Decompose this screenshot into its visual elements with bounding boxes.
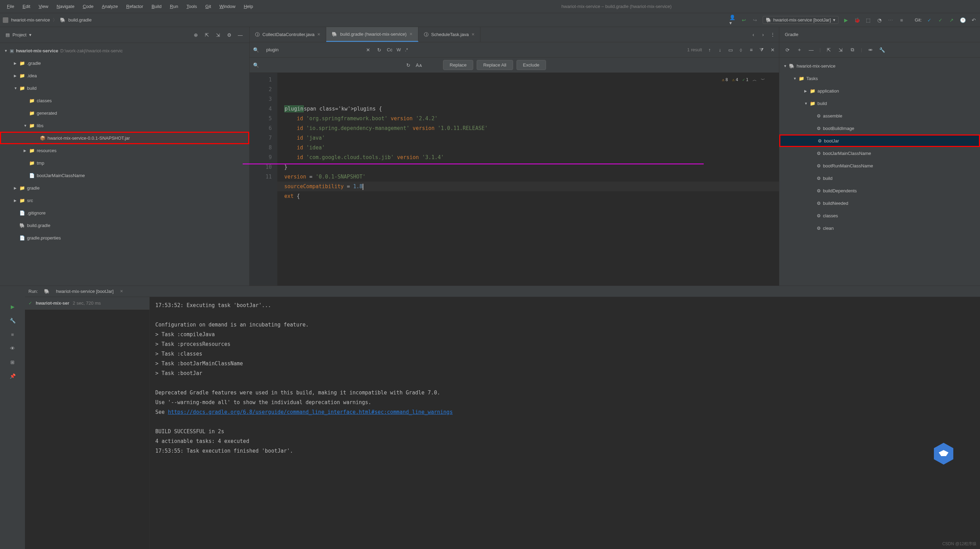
menu-tools[interactable]: Tools [183, 2, 200, 10]
gradle-tree[interactable]: ▼🐘 hwariot-mix-service ▼📁 Tasks ▶📁applic… [779, 57, 980, 286]
wrench-icon[interactable]: 🔧 [879, 46, 886, 53]
clear-find-icon[interactable]: ✕ [365, 46, 372, 53]
show-deps-icon[interactable]: ⧉ [849, 46, 856, 53]
close-tab-icon[interactable]: ✕ [317, 32, 320, 37]
hide-icon[interactable]: — [237, 32, 244, 38]
project-panel-title[interactable]: Project [13, 32, 26, 37]
collapse-all-icon[interactable]: ⇲ [215, 32, 221, 38]
console-link[interactable]: https://docs.gradle.org/6.8/userguide/co… [168, 409, 453, 415]
gradle-task[interactable]: ⚙classes [779, 209, 980, 222]
close-tab-icon[interactable]: ✕ [471, 32, 474, 37]
gradle-task-bootjar[interactable]: ⚙bootJar [779, 134, 980, 147]
git-push-icon[interactable]: ↗ [948, 17, 955, 24]
tree-item[interactable]: 📁tmp [0, 157, 249, 169]
editor-tab[interactable]: 🐘build.gradle (hwariot-mix-service)✕ [326, 27, 418, 42]
exclude-button[interactable]: Exclude [517, 60, 546, 70]
gradle-group[interactable]: ▶📁application [779, 84, 980, 97]
add-selection-icon[interactable]: ⎀ [737, 46, 744, 53]
debug-button[interactable]: 🐞 [854, 17, 861, 24]
close-run-tab-icon[interactable]: ✕ [120, 289, 123, 294]
tree-item[interactable]: ▼📁build [0, 82, 249, 94]
code-line[interactable]: id 'idea' [277, 143, 779, 153]
gradle-task[interactable]: ⚙buildNeeded [779, 197, 980, 209]
settings-icon[interactable]: ⚙ [226, 32, 232, 38]
menu-view[interactable]: View [35, 2, 52, 10]
user-icon[interactable]: 👤▾ [729, 17, 736, 24]
gradle-task[interactable]: ⚙bootRunMainClassName [779, 159, 980, 172]
project-tree[interactable]: ▼ ▣ hwariot-mix-service D:\work-zakj\hwa… [0, 43, 249, 245]
regex-toggle[interactable]: .* [405, 47, 408, 53]
code-line[interactable]: version = '0.0.1-SNAPSHOT' [277, 172, 779, 181]
tree-item[interactable]: ▼📁libs [0, 119, 249, 132]
git-commit-icon[interactable]: ✓ [937, 17, 944, 24]
tree-item[interactable]: ▶📁gradle [0, 181, 249, 194]
code-line[interactable]: id 'com.google.cloud.tools.jib' version … [277, 153, 779, 162]
expand-all-icon[interactable]: ⇱ [826, 46, 832, 53]
tree-item[interactable]: ▶📁.idea [0, 69, 249, 82]
breadcrumb[interactable]: hwariot-mix-service 〉 🐘 build.gradle [3, 17, 92, 23]
expand-all-icon[interactable]: ⇱ [204, 32, 210, 38]
tree-item[interactable]: 📁generated [0, 107, 249, 119]
gradle-task[interactable]: ⚙build [779, 172, 980, 185]
editor-tab[interactable]: ⒿScheduleTask.java✕ [418, 27, 480, 42]
attach-button[interactable]: ⋯ [887, 17, 894, 24]
locate-icon[interactable]: ⊕ [192, 32, 199, 38]
code-line[interactable]: id 'java' [277, 133, 779, 143]
add-icon[interactable]: ＋ [796, 46, 803, 53]
match-case-toggle[interactable]: Cc [387, 47, 392, 53]
collapse-all-icon[interactable]: ⇲ [837, 46, 844, 53]
gradle-tasks-node[interactable]: ▼📁 Tasks [779, 72, 980, 84]
console-output[interactable]: 17:53:52: Executing task 'bootJar'... Co… [150, 297, 980, 549]
menu-edit[interactable]: Edit [19, 2, 33, 10]
menu-code[interactable]: Code [80, 2, 97, 10]
forward-icon[interactable]: ↪ [752, 17, 759, 24]
menu-analyze[interactable]: Analyze [99, 2, 121, 10]
filter-icon[interactable]: ⧩ [758, 46, 765, 53]
close-find-icon[interactable]: ✕ [769, 46, 776, 53]
tree-item[interactable]: 📄gradle.properties [0, 232, 249, 244]
tree-root[interactable]: ▼ ▣ hwariot-mix-service D:\work-zakj\hwa… [0, 45, 249, 57]
menu-run[interactable]: Run [166, 2, 181, 10]
gradle-task[interactable]: ⚙clean [779, 222, 980, 234]
inspections-widget[interactable]: 8 4 1 ︿ ﹀ [722, 75, 765, 84]
gradle-group[interactable]: ▼📁build [779, 97, 980, 110]
coverage-button[interactable]: ⬚ [865, 17, 872, 24]
tree-item[interactable]: ▶📁src [0, 194, 249, 207]
refresh-icon[interactable]: ⟳ [784, 46, 791, 53]
show-icon[interactable]: 👁 [9, 345, 16, 352]
tree-item[interactable]: ▶📁resources [0, 144, 249, 157]
layout-icon[interactable]: ⊞ [9, 359, 16, 366]
tree-item[interactable]: 📁classes [0, 94, 249, 107]
inspections-down-icon[interactable]: ﹀ [761, 75, 765, 84]
history-icon[interactable]: ↻ [405, 62, 412, 68]
code-line[interactable]: pluginspan class='kw'>plugins { [277, 104, 779, 114]
menu-refactor[interactable]: Refactor [123, 2, 146, 10]
detach-icon[interactable]: — [808, 46, 815, 53]
profile-button[interactable]: ◔ [876, 17, 883, 24]
rerun-button[interactable]: ▶ [9, 303, 16, 310]
git-history-icon[interactable]: 🕑 [959, 17, 966, 24]
code-content[interactable]: 8 4 1 ︿ ﹀ pluginspan class='kw'>plugins … [277, 73, 779, 286]
replace-all-button[interactable]: Replace All [477, 60, 513, 70]
editor-tab[interactable]: ⒿCollectDataController.java✕ [250, 27, 326, 42]
tree-item[interactable]: ▶📁.gradle [0, 57, 249, 69]
tab-list-icon[interactable]: ⋮ [769, 31, 776, 38]
menu-file[interactable]: File [3, 2, 18, 10]
menu-window[interactable]: Window [216, 2, 239, 10]
tree-item[interactable]: 📄bootJarMainClassName [0, 169, 249, 181]
tab-next-icon[interactable]: › [759, 31, 767, 38]
menu-navigate[interactable]: Navigate [53, 2, 78, 10]
gradle-task[interactable]: ⚙assemble [779, 110, 980, 122]
stop-button[interactable]: ■ [898, 17, 905, 24]
select-all-icon[interactable]: ▭ [727, 46, 734, 53]
gradle-task[interactable]: ⚙buildDependents [779, 185, 980, 197]
gradle-root[interactable]: ▼🐘 hwariot-mix-service [779, 60, 980, 72]
git-revert-icon[interactable]: ↶ [970, 17, 977, 24]
preserve-case-icon[interactable]: Aᴀ [415, 62, 422, 68]
next-match-icon[interactable]: ↓ [716, 46, 724, 53]
pin-icon[interactable]: 📌 [9, 372, 16, 380]
toggle-in-selection-icon[interactable]: ≡ [748, 46, 755, 53]
wrench-icon[interactable]: 🔧 [9, 317, 16, 324]
run-status-tree[interactable]: ✓ hwariot-mix-ser 2 sec, 720 ms [25, 297, 150, 549]
gradle-task[interactable]: ⚙bootBuildImage [779, 122, 980, 134]
